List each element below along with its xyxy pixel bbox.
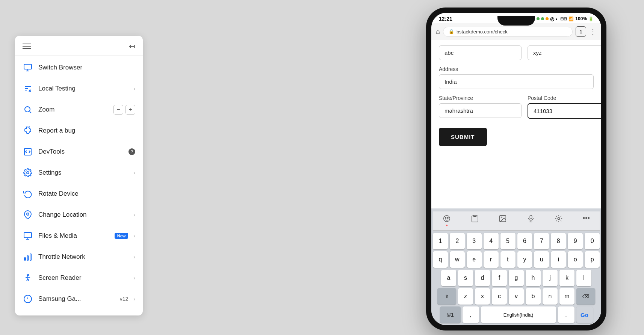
key-q[interactable]: q bbox=[433, 251, 448, 268]
sidebar-item-switch-browser[interactable]: Switch Browser bbox=[15, 57, 143, 78]
sidebar-item-zoom: Zoom − + bbox=[15, 99, 143, 120]
browser-menu-icon[interactable]: ⋮ bbox=[589, 27, 597, 36]
keyboard-settings-button[interactable] bbox=[555, 214, 563, 227]
lock-icon: 🔒 bbox=[449, 29, 454, 34]
chevron-right-icon: › bbox=[133, 170, 135, 176]
key-7[interactable]: 7 bbox=[534, 233, 549, 249]
key-z[interactable]: z bbox=[458, 288, 473, 305]
key-4[interactable]: 4 bbox=[484, 233, 499, 249]
key-dot[interactable]: . bbox=[558, 306, 574, 323]
rotate-icon bbox=[23, 189, 33, 199]
mic-toolbar-button[interactable] bbox=[527, 214, 535, 227]
key-m[interactable]: m bbox=[559, 288, 574, 305]
address-label: Address bbox=[439, 66, 594, 72]
url-text: bstackdemo.com/check bbox=[457, 29, 508, 35]
key-d[interactable]: d bbox=[475, 270, 490, 286]
key-x[interactable]: x bbox=[475, 288, 490, 305]
key-s[interactable]: s bbox=[458, 270, 473, 286]
key-2[interactable]: 2 bbox=[450, 233, 465, 249]
state-input[interactable] bbox=[439, 103, 522, 118]
go-key[interactable]: Go bbox=[576, 306, 593, 323]
key-w[interactable]: w bbox=[450, 251, 465, 268]
keyboard-number-row: 1 2 3 4 5 6 7 8 9 0 bbox=[433, 233, 600, 249]
key-u[interactable]: u bbox=[534, 251, 549, 268]
monitor-icon bbox=[23, 62, 33, 73]
key-v[interactable]: v bbox=[509, 288, 524, 305]
submit-button[interactable]: SUBMIT bbox=[439, 128, 487, 146]
sidebar-item-settings[interactable]: Settings › bbox=[15, 162, 143, 183]
svg-rect-0 bbox=[24, 64, 32, 69]
chevron-right-icon: › bbox=[133, 254, 135, 260]
key-l[interactable]: l bbox=[576, 270, 591, 286]
tab-count[interactable]: 1 bbox=[576, 26, 586, 37]
space-key[interactable]: English(India) bbox=[481, 306, 556, 323]
key-3[interactable]: 3 bbox=[467, 233, 482, 249]
backspace-key[interactable]: ⌫ bbox=[576, 288, 595, 305]
state-postal-row: State/Province Postal Code bbox=[439, 95, 594, 119]
devtools-label: DevTools bbox=[38, 148, 122, 155]
postal-input[interactable] bbox=[528, 103, 601, 119]
home-icon[interactable]: ⌂ bbox=[436, 28, 440, 36]
sidebar-item-samsung-ga[interactable]: Samsung Ga... v12 › bbox=[15, 288, 143, 309]
keyboard-asdf-row: a s d f g h j k l bbox=[433, 270, 600, 286]
key-j[interactable]: j bbox=[543, 270, 558, 286]
zoom-plus-button[interactable]: + bbox=[125, 105, 135, 115]
sidebar-item-throttle-network[interactable]: Throttle Network › bbox=[15, 246, 143, 267]
key-a[interactable]: a bbox=[441, 270, 456, 286]
chevron-right-icon: › bbox=[133, 275, 135, 281]
clipboard-toolbar-button[interactable] bbox=[471, 214, 479, 227]
key-f[interactable]: f bbox=[492, 270, 507, 286]
address-input[interactable] bbox=[439, 74, 594, 89]
help-icon[interactable]: ? bbox=[128, 148, 135, 155]
sidebar-item-rotate-device[interactable]: Rotate Device bbox=[15, 183, 143, 204]
state-group: State/Province bbox=[439, 95, 522, 119]
key-n[interactable]: n bbox=[543, 288, 558, 305]
status-dot-orange bbox=[546, 17, 549, 20]
zoom-minus-button[interactable]: − bbox=[113, 105, 123, 115]
url-bar[interactable]: 🔒 bstackdemo.com/check bbox=[443, 27, 573, 37]
sidebar-item-change-location[interactable]: Change Location › bbox=[15, 204, 143, 225]
sidebar-item-files-media[interactable]: Files & Media New › bbox=[15, 225, 143, 246]
shift-key[interactable]: ⇧ bbox=[437, 288, 456, 305]
field1-input[interactable] bbox=[439, 45, 522, 60]
key-p[interactable]: p bbox=[585, 251, 600, 268]
key-h[interactable]: h bbox=[526, 270, 541, 286]
emoji-toolbar-button[interactable]: ● bbox=[443, 214, 451, 227]
key-comma[interactable]: , bbox=[463, 306, 479, 323]
sidebar-item-devtools[interactable]: DevTools ? bbox=[15, 141, 143, 162]
key-5[interactable]: 5 bbox=[500, 233, 516, 249]
sidebar-item-report-bug[interactable]: Report a bug bbox=[15, 120, 143, 141]
devtools-icon bbox=[23, 146, 33, 157]
image-toolbar-button[interactable] bbox=[499, 214, 507, 227]
key-i[interactable]: i bbox=[551, 251, 566, 268]
back-icon[interactable]: ↤ bbox=[129, 42, 135, 51]
key-6[interactable]: 6 bbox=[517, 233, 532, 249]
postal-label: Postal Code bbox=[528, 95, 601, 101]
field2-input[interactable] bbox=[528, 45, 601, 60]
key-8[interactable]: 8 bbox=[551, 233, 566, 249]
sidebar-item-local-testing[interactable]: Local Testing › bbox=[15, 78, 143, 99]
samsung-ga-label: Samsung Ga... bbox=[38, 295, 114, 303]
status-icons: ◎ • ⊟⊟ 📶 100% 🔋 bbox=[537, 16, 594, 22]
sidebar-item-screen-reader[interactable]: Screen Reader › bbox=[15, 267, 143, 288]
key-1[interactable]: 1 bbox=[433, 233, 448, 249]
svg-rect-17 bbox=[530, 215, 532, 219]
key-g[interactable]: g bbox=[509, 270, 524, 286]
key-r[interactable]: r bbox=[484, 251, 499, 268]
key-b[interactable]: b bbox=[526, 288, 541, 305]
hamburger-icon[interactable] bbox=[23, 44, 31, 49]
key-o[interactable]: o bbox=[568, 251, 583, 268]
submit-container: SUBMIT bbox=[439, 125, 594, 154]
key-9[interactable]: 9 bbox=[568, 233, 583, 249]
key-c[interactable]: c bbox=[492, 288, 507, 305]
key-k[interactable]: k bbox=[559, 270, 574, 286]
key-y[interactable]: y bbox=[517, 251, 532, 268]
more-toolbar-button[interactable]: ••• bbox=[583, 214, 590, 227]
key-0[interactable]: 0 bbox=[585, 233, 600, 249]
status-dot-green bbox=[537, 17, 540, 20]
sidebar-header: ↤ bbox=[15, 42, 143, 56]
chevron-right-icon: › bbox=[133, 86, 135, 92]
symbol-key[interactable]: !#1 bbox=[440, 306, 461, 323]
key-t[interactable]: t bbox=[500, 251, 516, 268]
key-e[interactable]: e bbox=[467, 251, 482, 268]
